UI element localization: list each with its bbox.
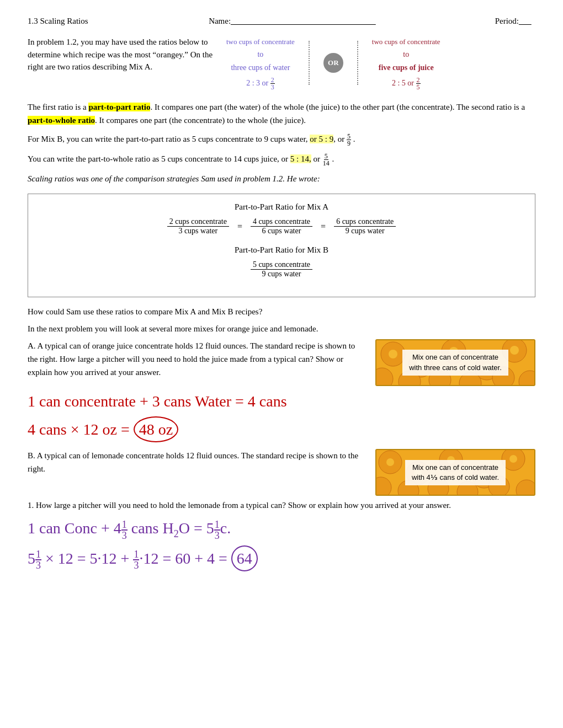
frac-4-6: 4 cups concentrate 6 cups water (251, 217, 312, 235)
dotted-divider (309, 41, 310, 85)
right-fraction: 25 (416, 77, 421, 90)
left-ratio-line3: three cups of water (226, 61, 295, 74)
handwritten-a2: 4 cans × 12 oz = 48 oz (28, 416, 535, 442)
juice-box-a: Mix one can of concentratewith three can… (375, 339, 535, 386)
left-ratio: two cups of concentrate to three cups of… (226, 36, 295, 90)
part-b-label: B. (28, 451, 35, 460)
svg-point-2 (389, 350, 397, 358)
page-header: 1.3 Scaling Ratios Name:________________… (28, 17, 535, 26)
highlight-part-to-whole: part-to-whole ratio (28, 116, 95, 125)
highlight-5-14: 5 : 14, (290, 154, 311, 163)
part-b-box-container: Mix one can of concentratewith 4⅓ cans o… (375, 449, 535, 496)
juice-box-a-text: Mix one can of concentratewith three can… (402, 350, 508, 375)
name-field: Name:___________________________________ (209, 17, 374, 26)
left-ratio-line4: 2 : 3 or 23 (226, 77, 295, 90)
scaling-title-b: Part-to-Part Ratio for Mix B (39, 245, 524, 255)
scaling-box: Part-to-Part Ratio for Mix A 2 cups conc… (28, 194, 535, 297)
paragraph-3: You can write the part-to-whole ratio as… (28, 152, 535, 167)
juice-box-b: Mix one can of concentratewith 4⅓ cans o… (375, 449, 535, 496)
right-ratio: two cups of concentrate to five cups of … (372, 36, 440, 90)
fraction-5-14: 514 (322, 153, 330, 167)
svg-point-10 (510, 346, 519, 355)
circled-answer-b: 64 (231, 545, 258, 571)
left-ratio-line1: two cups of concentrate (226, 36, 295, 48)
question-b1: 1. How large a pitcher will you need to … (28, 499, 535, 512)
left-ratio-line2: to (226, 48, 295, 61)
part-a-label: A. (28, 341, 36, 350)
fraction-row-b: 5 cups concentrate 9 cups water (39, 260, 524, 279)
right-ratio-line2: to (372, 48, 440, 61)
question-2: In the next problem you will look at sev… (28, 323, 535, 335)
handwritten-a1: 1 can concentrate + 3 cans Water = 4 can… (28, 390, 535, 412)
juice-box-b-text: Mix one can of concentratewith 4⅓ cans o… (405, 460, 506, 485)
scaling-intro: Scaling ratios was one of the comparison… (28, 172, 535, 185)
fraction-row-a: 2 cups concentrate 3 cups water = 4 cups… (39, 217, 524, 235)
highlight-5-9: or 5 : 9 (310, 135, 333, 143)
part-b-content: A typical can of lemonade concentrate ho… (28, 451, 358, 473)
paragraph-1: The first ratio is a part-to-part ratio.… (28, 100, 535, 127)
part-b-text: B. A typical can of lemonade concentrate… (28, 449, 364, 496)
part-a-content: A typical can of orange juice concentrat… (28, 341, 355, 377)
part-a-text: A. A typical can of orange juice concent… (28, 339, 364, 386)
highlight-part-to-part: part-to-part ratio (88, 103, 150, 111)
right-ratio-line3: five cups of juice (372, 61, 440, 74)
svg-point-19 (386, 458, 394, 466)
frac-5-9: 5 cups concentrate 9 cups water (251, 260, 312, 279)
part-b-section: B. A typical can of lemonade concentrate… (28, 449, 535, 496)
intro-text: In problem 1.2, you may have used the ra… (28, 36, 215, 90)
circled-answer-a: 48 oz (134, 416, 178, 442)
right-ratio-line1: two cups of concentrate (372, 36, 440, 48)
intro-section: In problem 1.2, you may have used the ra… (28, 36, 535, 90)
period-field: Period:___ (495, 17, 535, 26)
left-fraction: 23 (270, 77, 275, 90)
or-circle: OR (323, 53, 343, 73)
question-1: How could Sam use these ratios to compar… (28, 306, 535, 318)
scaling-title-a: Part-to-Part Ratio for Mix A (39, 202, 524, 212)
part-a-section: A. A typical can of orange juice concent… (28, 339, 535, 386)
right-ratio-line4: 2 : 5 or 25 (372, 77, 440, 90)
dotted-divider-right (357, 41, 358, 85)
frac-6-9: 6 cups concentrate 9 cups water (334, 217, 396, 235)
svg-point-27 (509, 455, 517, 463)
handwritten-b2: 513 × 12 = 5·12 + 13·12 = 60 + 4 = 64 (28, 545, 535, 571)
ratio-boxes: two cups of concentrate to three cups of… (226, 36, 535, 90)
page-title: 1.3 Scaling Ratios (28, 17, 88, 26)
part-a-box-container: Mix one can of concentratewith three can… (375, 339, 535, 386)
frac-2-3: 2 cups concentrate 3 cups water (167, 217, 229, 235)
handwritten-b1: 1 can Conc + 413 cans H2O = 513c. (28, 517, 535, 541)
fraction-5-9: 59 (347, 133, 351, 147)
paragraph-2: For Mix B, you can write the part-to-par… (28, 132, 535, 147)
